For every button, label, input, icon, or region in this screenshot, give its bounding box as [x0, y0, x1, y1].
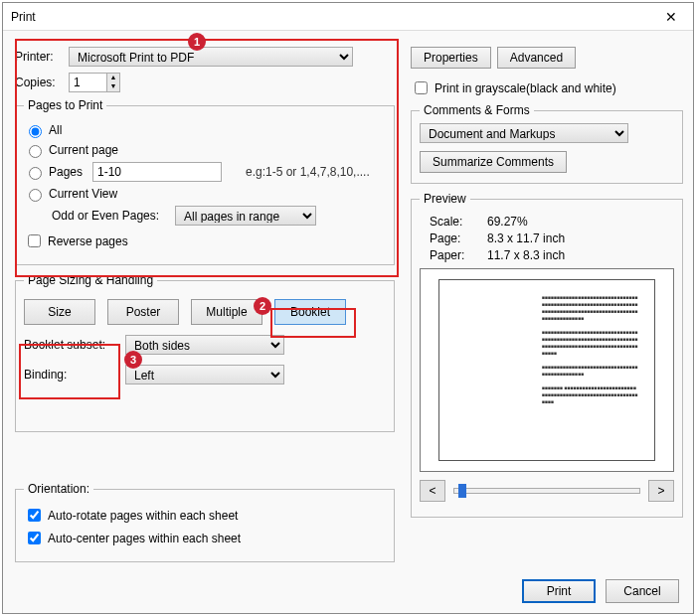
page-key: Page:	[430, 231, 475, 245]
preview-page-thumbnail: ■■■■■■■■■■■■■■■■■■■■■■■■■■■■■■■■■■■■■■■■…	[542, 294, 640, 405]
slider-thumb[interactable]	[458, 484, 466, 498]
binding-select[interactable]: Left	[125, 365, 284, 385]
auto-rotate-check[interactable]	[28, 509, 41, 522]
close-icon[interactable]: ✕	[657, 5, 685, 29]
auto-center-check[interactable]	[28, 532, 41, 544]
copies-input[interactable]	[69, 73, 106, 92]
printer-select[interactable]: Microsoft Print to PDF	[69, 47, 353, 67]
radio-pages-label: Pages	[49, 165, 88, 179]
radio-pages[interactable]	[29, 167, 42, 180]
copies-label: Copies:	[15, 76, 63, 89]
titlebar: Print ✕	[3, 3, 693, 31]
printer-label: Printer:	[15, 50, 63, 64]
grayscale-label: Print in grayscale(black and white)	[435, 81, 616, 95]
pages-to-print-legend: Pages to Print	[24, 98, 106, 112]
radio-current-page-label: Current page	[49, 143, 118, 157]
preview-group: Preview Scale:69.27% Page:8.3 x 11.7 inc…	[411, 192, 683, 518]
page-value: 8.3 x 11.7 inch	[487, 231, 565, 245]
paper-key: Paper:	[430, 248, 475, 262]
spinner-down-icon[interactable]: ▼	[107, 82, 119, 91]
window-title: Print	[11, 10, 657, 24]
tab-poster[interactable]: Poster	[107, 299, 179, 325]
auto-rotate-label: Auto-rotate pages within each sheet	[48, 509, 238, 523]
radio-current-view-label: Current View	[49, 187, 117, 201]
preview-next-button[interactable]: >	[648, 480, 674, 502]
booklet-subset-select[interactable]: Both sides	[125, 335, 284, 355]
radio-all-label: All	[49, 123, 62, 137]
tab-booklet[interactable]: Booklet	[274, 299, 346, 325]
page-sizing-legend: Page Sizing & Handling	[24, 273, 157, 287]
comments-legend: Comments & Forms	[420, 103, 534, 117]
binding-label: Binding:	[24, 368, 119, 382]
odd-even-select[interactable]: All pages in range	[175, 206, 316, 226]
radio-current-page[interactable]	[29, 145, 42, 158]
auto-center-label: Auto-center pages within each sheet	[48, 532, 241, 545]
pages-to-print-group: Pages to Print All Current page Pages e.…	[15, 98, 395, 265]
comments-select[interactable]: Document and Markups	[420, 123, 628, 143]
radio-all[interactable]	[29, 125, 42, 138]
print-button[interactable]: Print	[522, 579, 596, 603]
odd-even-label: Odd or Even Pages:	[52, 209, 169, 223]
orientation-legend: Orientation:	[24, 482, 93, 496]
copies-stepper[interactable]: ▲▼	[69, 73, 120, 92]
preview-legend: Preview	[420, 192, 470, 206]
reverse-pages-check[interactable]	[28, 234, 41, 247]
cancel-button[interactable]: Cancel	[606, 579, 679, 603]
pages-input[interactable]	[92, 162, 222, 182]
grayscale-check[interactable]	[415, 81, 428, 94]
tab-size[interactable]: Size	[24, 299, 95, 325]
preview-pane: ■■■■■■■■■■■■■■■■■■■■■■■■■■■■■■■■■■■■■■■■…	[420, 268, 674, 472]
advanced-button[interactable]: Advanced	[497, 47, 576, 69]
preview-prev-button[interactable]: <	[420, 480, 445, 502]
preview-slider[interactable]	[453, 488, 640, 494]
properties-button[interactable]: Properties	[411, 47, 491, 69]
spinner-up-icon[interactable]: ▲	[107, 74, 119, 82]
booklet-subset-label: Booklet subset:	[24, 338, 119, 352]
paper-value: 11.7 x 8.3 inch	[487, 248, 565, 262]
reverse-pages-label: Reverse pages	[48, 234, 128, 248]
radio-current-view[interactable]	[29, 189, 42, 202]
summarize-comments-button[interactable]: Summarize Comments	[420, 151, 567, 173]
tab-multiple[interactable]: Multiple	[191, 299, 262, 325]
orientation-group: Orientation: Auto-rotate pages within ea…	[15, 482, 395, 562]
scale-key: Scale:	[430, 215, 475, 229]
page-sizing-group: Page Sizing & Handling Size Poster Multi…	[15, 273, 395, 432]
comments-group: Comments & Forms Document and Markups Su…	[411, 103, 683, 184]
pages-hint: e.g:1-5 or 1,4,7,8,10,....	[246, 165, 370, 179]
scale-value: 69.27%	[487, 215, 528, 229]
